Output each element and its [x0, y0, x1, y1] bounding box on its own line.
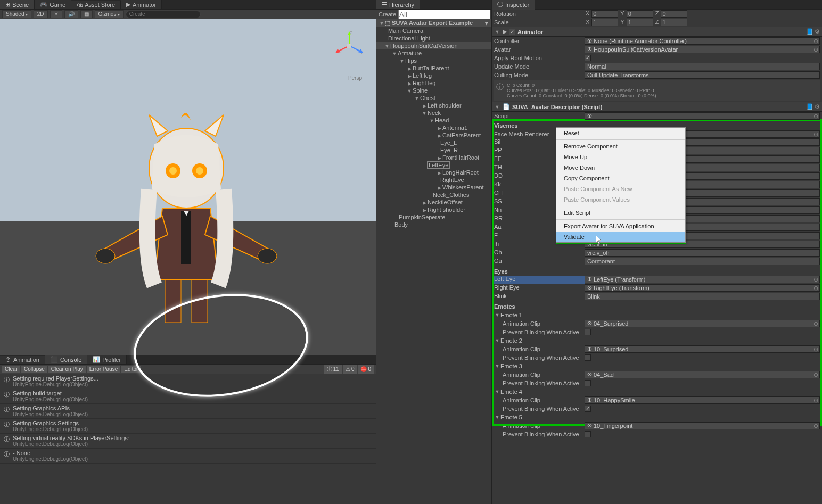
rot-x[interactable]: 0: [591, 10, 618, 18]
animator-tab[interactable]: ▶Animator: [121, 0, 162, 9]
docs-icon[interactable]: 📘: [806, 103, 813, 110]
gear-icon[interactable]: ⚙: [815, 103, 820, 110]
tree-item[interactable]: ▶CatEarsParent: [376, 131, 491, 139]
tree-item[interactable]: Neck_Clothes: [376, 191, 491, 199]
menu-copy[interactable]: Copy Component: [556, 173, 685, 184]
menu-validate[interactable]: Validate: [556, 232, 685, 242]
prevent-blink-checkbox[interactable]: [585, 406, 591, 412]
log-entry[interactable]: ⓘSetting Graphics APIsUnityEngine.Debug:…: [0, 404, 376, 419]
hierarchy-tree[interactable]: ▼⬚ SUVA Avatar Export Example▾≡ Main Cam…: [376, 19, 491, 504]
tree-item[interactable]: Eye_L: [376, 139, 491, 146]
prevent-blink-checkbox[interactable]: [585, 329, 591, 335]
persp-label[interactable]: Persp: [348, 75, 362, 81]
game-tab[interactable]: 🎮Game: [35, 0, 71, 9]
tree-item[interactable]: ▼Armature: [376, 49, 491, 57]
animator-enabled-checkbox[interactable]: [509, 29, 515, 35]
info-count[interactable]: ⓘ11: [324, 365, 342, 374]
hierarchy-search-input[interactable]: [398, 10, 490, 20]
create-dropdown[interactable]: Create: [379, 11, 396, 18]
tree-item[interactable]: ▶FrontHairRoot: [376, 154, 491, 161]
log-entry[interactable]: ⓘSetting build targetUnityEngine.Debug:L…: [0, 389, 376, 404]
menu-remove[interactable]: Remove Component: [556, 141, 685, 152]
asset-store-tab[interactable]: 🛍Asset Store: [71, 1, 121, 9]
controller-field[interactable]: None (Runtime Animator Controller): [585, 37, 820, 45]
avatar-field[interactable]: HouppouInSuitCatVersionAvatar: [585, 46, 820, 53]
menu-edit-script[interactable]: Edit Script: [556, 208, 685, 218]
suva-component-header[interactable]: ▼📄 SUVA_Avatar Descriptor (Script) 📘⚙: [492, 102, 822, 112]
emote-header[interactable]: ▼Emote 1: [492, 311, 822, 319]
scene-search-input[interactable]: [126, 11, 201, 18]
fx-toggle[interactable]: ▦: [80, 10, 93, 18]
menu-move-down[interactable]: Move Down: [556, 162, 685, 173]
viseme-field[interactable]: vrc.v_oh: [585, 249, 820, 257]
tree-item[interactable]: ▶Right leg: [376, 79, 491, 87]
warn-count[interactable]: ⚠0: [343, 365, 357, 374]
editor-dropdown[interactable]: Editor: [121, 366, 141, 373]
emote-header[interactable]: ▼Emote 5: [492, 413, 822, 422]
left-eye-field[interactable]: LeftEye (Transform): [585, 276, 820, 283]
orientation-gizmo[interactable]: y z: [333, 30, 365, 62]
tree-item[interactable]: ▼Neck: [376, 109, 491, 117]
root-motion-checkbox[interactable]: [585, 55, 591, 61]
rot-z[interactable]: 0: [661, 10, 687, 18]
tree-item[interactable]: Body: [376, 221, 491, 228]
script-field[interactable]: [585, 112, 820, 120]
emote-header[interactable]: ▼Emote 4: [492, 387, 822, 396]
tree-item[interactable]: ▶Left shoulder: [376, 102, 491, 109]
tree-item[interactable]: ▶Antenna1: [376, 124, 491, 131]
tree-item[interactable]: Eye_R: [376, 146, 491, 154]
animation-clip-field[interactable]: 04_Sad: [585, 371, 820, 378]
tree-item[interactable]: ▼Chest: [376, 94, 491, 102]
error-pause-button[interactable]: Error Pause: [87, 366, 120, 373]
lighting-toggle[interactable]: ☀: [50, 10, 62, 18]
avatar-model[interactable]: [80, 104, 298, 323]
collapse-button[interactable]: Collapse: [21, 366, 47, 373]
emote-header[interactable]: ▼Emote 2: [492, 336, 822, 345]
menu-move-up[interactable]: Move Up: [556, 152, 685, 162]
scene-view[interactable]: y z Persp: [0, 19, 376, 355]
docs-icon[interactable]: 📘: [806, 28, 813, 35]
error-count[interactable]: ⛔0: [358, 365, 374, 374]
scene-tab[interactable]: ⊞Scene: [0, 0, 35, 9]
update-mode-dropdown[interactable]: Normal: [585, 63, 820, 70]
clear-on-play-button[interactable]: Clear on Play: [48, 366, 86, 373]
audio-toggle[interactable]: 🔊: [64, 10, 78, 18]
right-eye-field[interactable]: RightEye (Transform): [585, 284, 820, 292]
tree-item-lefteye[interactable]: LeftEye: [427, 161, 450, 169]
tree-item[interactable]: ▼Hips: [376, 57, 491, 64]
scale-x[interactable]: 1: [591, 19, 618, 26]
prevent-blink-checkbox[interactable]: [585, 431, 591, 437]
tree-item[interactable]: ▶NecktieOffset: [376, 199, 491, 206]
scale-z[interactable]: 1: [661, 19, 687, 26]
gear-icon[interactable]: ⚙: [815, 28, 820, 35]
tree-item[interactable]: PumpkinSeperate: [376, 213, 491, 221]
tree-item[interactable]: ▶LongHairRoot: [376, 169, 491, 176]
clear-button[interactable]: Clear: [2, 366, 20, 373]
scene-root[interactable]: ▼⬚ SUVA Avatar Export Example▾≡: [376, 19, 491, 27]
prevent-blink-checkbox[interactable]: [585, 380, 591, 386]
tree-item[interactable]: RightEye: [376, 176, 491, 184]
tree-item[interactable]: ▼Head: [376, 117, 491, 124]
inspector-tab[interactable]: ⓘ Inspector: [492, 0, 535, 10]
shading-mode-dropdown[interactable]: Shaded: [2, 10, 31, 18]
tree-item[interactable]: ▶Left leg: [376, 72, 491, 79]
emote-header[interactable]: ▼Emote 3: [492, 362, 822, 370]
animation-clip-field[interactable]: 10_Fingerpoint: [585, 422, 820, 429]
prevent-blink-checkbox[interactable]: [585, 354, 591, 361]
animation-clip-field[interactable]: 04_Surprised: [585, 320, 820, 327]
tree-item[interactable]: ▶Right shoulder: [376, 206, 491, 213]
rot-y[interactable]: 0: [627, 10, 653, 18]
log-entry[interactable]: ⓘ- NoneUnityEngine.Debug:Log(Object): [0, 449, 376, 464]
tree-item[interactable]: ▶WhiskersParent: [376, 184, 491, 191]
tree-item[interactable]: ▶ButtTailParent: [376, 64, 491, 72]
scale-y[interactable]: 1: [627, 19, 653, 26]
log-entry[interactable]: ⓘSetting required PlayerSettings...Unity…: [0, 374, 376, 389]
profiler-tab[interactable]: 📊 Profiler: [87, 355, 127, 364]
mode-2d-toggle[interactable]: 2D: [34, 10, 48, 18]
animation-clip-field[interactable]: 10_Surprised: [585, 345, 820, 353]
log-entry[interactable]: ⓘSetting virtual reality SDKs in PlayerS…: [0, 434, 376, 449]
tree-item[interactable]: Directional Light: [376, 35, 491, 42]
viseme-field[interactable]: Cormorant: [585, 258, 820, 265]
menu-reset[interactable]: Reset: [556, 128, 685, 138]
hierarchy-tab[interactable]: ☰ Hierarchy: [376, 0, 420, 9]
